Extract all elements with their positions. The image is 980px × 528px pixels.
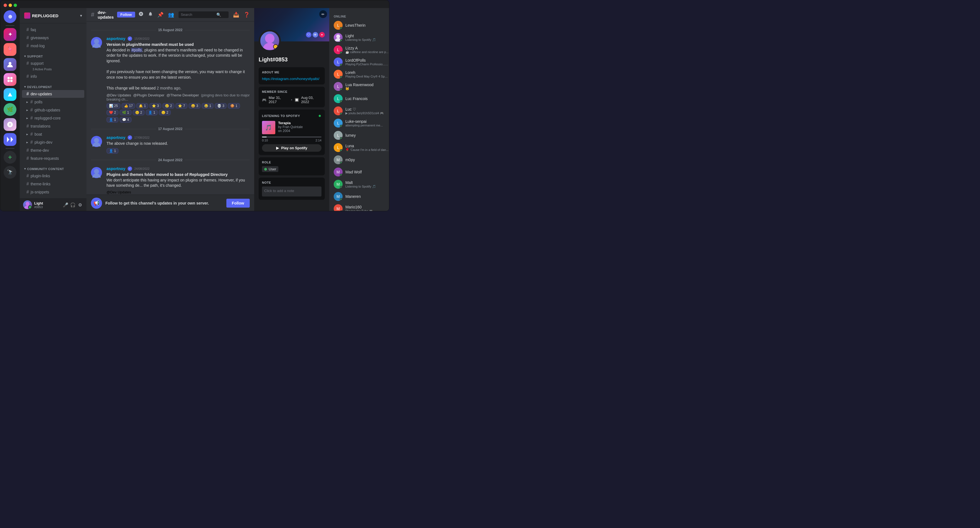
message-author-2[interactable]: asportnoy xyxy=(107,135,126,140)
play-on-spotify-button[interactable]: ▶ Play on Spotify xyxy=(262,144,321,152)
notification-icon[interactable] xyxy=(148,11,153,18)
reaction-item[interactable]: ❤️ 2 xyxy=(107,110,118,115)
server-icon-4[interactable] xyxy=(4,73,16,86)
settings-icon[interactable]: ⚙ xyxy=(77,202,83,208)
channel-item-theme-dev[interactable]: # theme-dev xyxy=(22,146,84,154)
channel-item-translations[interactable]: # translations xyxy=(22,122,84,130)
profile-edit-icon[interactable]: ✏ xyxy=(319,10,327,18)
member-luc-francois[interactable]: L Luc Francois xyxy=(331,92,389,105)
reaction-item[interactable]: 😂 1 xyxy=(202,103,213,109)
mention-theme-dev[interactable]: @Theme Developer xyxy=(167,93,199,97)
channel-item-plugin-dev[interactable]: ▶ # plugin-dev xyxy=(22,138,84,146)
channel-item-plugin-links[interactable]: # plugin-links xyxy=(22,172,84,180)
channel-item-mod-log[interactable]: # mod-log xyxy=(22,42,84,50)
category-support[interactable]: ▾ SUPPORT xyxy=(20,50,86,59)
inbox-icon[interactable]: 📥 xyxy=(233,12,239,18)
channel-item-polls[interactable]: ▶ # polls xyxy=(22,98,84,106)
server-icon-5[interactable] xyxy=(4,88,16,101)
member-loreh[interactable]: L Loreh Playing Devil May Cry® 4 Spec... xyxy=(331,68,389,80)
server-icon-3[interactable] xyxy=(4,58,16,71)
member-m0py[interactable]: M m0py xyxy=(331,154,389,166)
channel-item-github-updates[interactable]: ▶ # github-updates xyxy=(22,106,84,114)
member-luc[interactable]: L Luc ♡ ▶ youtu.be/y91hSD1csl4 🎮 xyxy=(331,105,389,117)
close-button[interactable] xyxy=(4,4,7,7)
add-server-button[interactable]: + xyxy=(4,151,16,164)
message-author-1[interactable]: asportnoy xyxy=(107,36,126,41)
reaction-item[interactable]: ⭐ 3 xyxy=(150,103,161,109)
server-icon-2[interactable]: 🦩 xyxy=(4,43,16,56)
members-icon[interactable]: 👥 xyxy=(168,12,174,18)
follow-channel-button[interactable]: Follow xyxy=(117,12,135,17)
member-maneren[interactable]: M Maneren xyxy=(331,190,389,203)
channel-item-faq[interactable]: # faq xyxy=(22,26,84,33)
explore-servers-button[interactable]: 🔭 xyxy=(4,166,16,179)
channel-item-boat[interactable]: ▶ # boat xyxy=(22,130,84,138)
note-input[interactable]: Click to add a note xyxy=(262,187,321,197)
reaction-item[interactable]: 😐 2 xyxy=(133,110,145,115)
message-avatar-1[interactable] xyxy=(91,37,102,48)
channel-item-support[interactable]: # support 3 Active Posts xyxy=(22,59,84,72)
mention-dev-updates-3[interactable]: @Dev Updates xyxy=(107,190,131,194)
message-author-3[interactable]: asportnoy xyxy=(107,166,126,171)
reaction-item[interactable]: 🌿 1 xyxy=(119,110,132,115)
maximize-button[interactable] xyxy=(14,4,17,7)
server-icon-replugged[interactable]: ✦ xyxy=(4,28,16,41)
category-community[interactable]: ▾ COMMUNITY CONTENT xyxy=(20,163,86,172)
follow-bar-button[interactable]: Follow xyxy=(226,199,250,208)
member-light[interactable]: Light Listening to Spotify 🎵 xyxy=(331,32,389,44)
headphones-icon[interactable]: 🎧 xyxy=(70,202,76,208)
member-luke[interactable]: L Luke-senpai attempting permanent me... xyxy=(331,117,389,129)
mention-plugin-dev[interactable]: @Plugin Developer xyxy=(133,93,164,97)
reaction-item[interactable]: 🔔 1 xyxy=(136,103,148,109)
reaction-item[interactable]: 😑 2 xyxy=(159,110,171,115)
channel-item-dev-updates[interactable]: # dev-updates 👤+ xyxy=(22,90,84,98)
reaction-item[interactable]: 👍 17 xyxy=(121,103,135,109)
message-avatar-3[interactable] xyxy=(91,167,102,178)
help-icon[interactable]: ❓ xyxy=(243,12,250,18)
reaction-item[interactable]: 📊 25 xyxy=(107,103,121,109)
channel-item-giveaways[interactable]: # giveaways xyxy=(22,34,84,42)
search-input[interactable] xyxy=(181,13,214,17)
reaction-item[interactable]: 😄 3 xyxy=(189,103,200,109)
threads-icon[interactable] xyxy=(138,11,143,18)
category-development[interactable]: ▾ DEVELOPMENT xyxy=(20,81,86,90)
member-lumey[interactable]: L lumey xyxy=(331,129,389,141)
search-box[interactable]: 🔍 xyxy=(178,11,229,18)
channel-item-js-snippets[interactable]: # js-snippets xyxy=(22,188,84,196)
microphone-icon[interactable]: 🎤 xyxy=(62,202,69,208)
channel-item-feature-requests[interactable]: # feature-requests xyxy=(22,154,84,162)
discord-home-icon[interactable]: ⊕ xyxy=(4,10,16,23)
window-controls[interactable] xyxy=(4,4,17,7)
channel-item-replugged-core[interactable]: ▶ # replugged-core xyxy=(22,114,84,122)
pin-icon[interactable]: 📌 xyxy=(158,12,164,18)
minimize-button[interactable] xyxy=(9,4,12,7)
member-luna[interactable]: L Luna 🌹 'Cause I'm in a field of dan... xyxy=(331,141,389,154)
channel-item-info[interactable]: # info xyxy=(22,73,84,80)
reaction-item[interactable]: 😢 2 xyxy=(162,103,174,109)
reaction-item[interactable]: 👤 1 xyxy=(107,117,118,122)
member-madwolf[interactable]: M Mad Wolf xyxy=(331,166,389,178)
profile-avatar[interactable]: 🌙 xyxy=(259,30,281,52)
mention-dev-updates[interactable]: @Dev Updates xyxy=(107,93,131,97)
reaction-item[interactable]: 👤 1 xyxy=(146,110,158,115)
member-lua[interactable]: L Lua Ravenwood 🐱 xyxy=(331,80,389,92)
member-mario160[interactable]: M Mario160 Playing YouTube 🎮 xyxy=(331,203,389,211)
reaction-item[interactable]: 👤 1 xyxy=(107,148,118,154)
member-lordofpolls[interactable]: L LordOfPolls Playing PyCharm Professio.… xyxy=(331,56,389,68)
reaction-item[interactable]: 🍪 1 xyxy=(228,103,240,109)
reaction-item[interactable]: 💀 3 xyxy=(215,103,227,109)
server-menu-chevron[interactable]: ▾ xyxy=(80,13,82,18)
reaction-item[interactable]: ⭐ 7 xyxy=(175,103,188,109)
channel-item-theme-links[interactable]: # theme-links xyxy=(22,180,84,188)
message-avatar-2[interactable] xyxy=(91,136,102,147)
member-lizzy[interactable]: L Lizzy A ☕ caffeine and nicotine are p.… xyxy=(331,44,389,56)
mention-polls[interactable]: #polls xyxy=(131,48,142,52)
member-info: m0py xyxy=(345,158,389,162)
member-malt[interactable]: M Malt Listening to Spotify 🎵 xyxy=(331,178,389,190)
reaction-item[interactable]: 💬 4 xyxy=(119,117,132,122)
server-icon-7[interactable] xyxy=(4,118,16,131)
server-icon-6[interactable]: 🌿 xyxy=(4,103,16,116)
member-lewstherin[interactable]: L LewsTherin xyxy=(331,19,389,32)
profile-instagram-link[interactable]: https://instagram.com/honeystlyalbi/ xyxy=(262,77,320,81)
server-icon-8[interactable] xyxy=(4,133,16,146)
